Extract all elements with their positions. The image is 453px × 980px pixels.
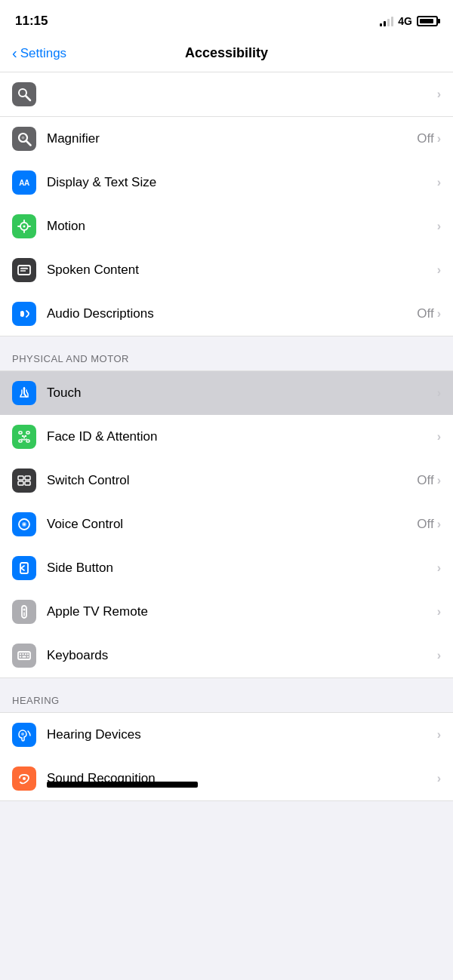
svg-rect-23 [18, 476, 23, 480]
physical-motor-items-list: Touch › Face I [0, 370, 453, 678]
display-text-chevron-icon: › [437, 176, 441, 189]
switch-control-chevron-icon: › [437, 474, 441, 487]
list-item-apple-tv-remote[interactable]: Apple TV Remote › [0, 590, 453, 634]
svg-rect-37 [25, 653, 26, 655]
list-item-display-text-size[interactable]: AA Display & Text Size › [0, 161, 453, 204]
magnifier-icon [12, 127, 36, 151]
magnifier-chevron-icon: › [437, 132, 441, 146]
side-button-icon [12, 556, 36, 580]
back-chevron-icon: ‹ [12, 45, 17, 60]
side-button-chevron-icon: › [437, 561, 441, 575]
spoken-chevron-icon: › [437, 263, 441, 277]
voice-control-label: Voice Control [47, 517, 123, 532]
svg-rect-36 [23, 653, 24, 655]
switch-control-label: Switch Control [47, 473, 130, 488]
audio-descriptions-value: Off [417, 306, 433, 321]
battery-icon [417, 16, 438, 26]
svg-rect-24 [25, 476, 30, 480]
svg-point-6 [23, 226, 26, 228]
display-text-label: Display & Text Size [47, 175, 156, 190]
svg-rect-40 [23, 656, 26, 658]
voice-control-chevron-icon: › [437, 518, 441, 531]
magnifier-content: Magnifier Off › [47, 131, 441, 146]
magnifier-value: Off [417, 131, 433, 146]
hearing-header: HEARING [0, 678, 453, 712]
sound-recognition-icon [12, 766, 36, 791]
apple-tv-remote-chevron-icon: › [437, 605, 441, 619]
list-item-motion[interactable]: Motion › [0, 204, 453, 248]
list-item-keyboards[interactable]: Keyboards › [0, 634, 453, 677]
chevron-icon: › [437, 88, 441, 101]
hearing-devices-chevron-icon: › [437, 728, 441, 742]
svg-rect-11 [18, 266, 30, 275]
page-title: Accessibility [185, 45, 268, 61]
spoken-content-content: Spoken Content › [47, 263, 441, 278]
list-item-spoken-content[interactable]: Spoken Content › [0, 248, 453, 292]
svg-rect-39 [20, 656, 21, 658]
list-item-switch-control[interactable]: Switch Control Off › [0, 459, 453, 502]
keyboards-label: Keyboards [47, 648, 108, 663]
svg-point-43 [23, 777, 26, 780]
side-button-label: Side Button [47, 561, 113, 576]
list-item-touch[interactable]: Touch › [0, 371, 453, 415]
svg-point-42 [21, 733, 24, 736]
partial-item-content: › [47, 88, 441, 101]
partial-top-item[interactable]: › [0, 72, 453, 117]
list-item-magnifier[interactable]: Magnifier Off › [0, 117, 453, 161]
nav-bar: ‹ Settings Accessibility [0, 38, 453, 72]
voice-control-value: Off [417, 517, 433, 532]
hearing-section: HEARING Hearing Devices › [0, 678, 453, 801]
touch-content: Touch › [47, 386, 441, 401]
list-item-hearing-devices[interactable]: Hearing Devices › [0, 713, 453, 757]
sound-recognition-chevron-icon: › [437, 772, 441, 785]
voice-control-icon [12, 512, 36, 536]
motion-label: Motion [47, 219, 85, 234]
back-button[interactable]: ‹ Settings [12, 46, 66, 61]
svg-rect-18 [19, 440, 22, 442]
svg-point-15 [23, 388, 26, 390]
svg-rect-34 [18, 652, 30, 659]
keyboards-chevron-icon: › [437, 649, 441, 662]
back-label: Settings [20, 46, 66, 61]
vision-items-list: Magnifier Off › AA Display & Text Size › [0, 117, 453, 336]
face-id-chevron-icon: › [437, 430, 441, 444]
audio-descriptions-content: Audio Descriptions Off › [47, 306, 441, 321]
audio-descriptions-icon [12, 302, 36, 326]
svg-rect-14 [21, 267, 27, 269]
svg-rect-26 [25, 481, 30, 485]
touch-icon [12, 381, 36, 405]
hearing-devices-label: Hearing Devices [47, 727, 141, 742]
motion-chevron-icon: › [437, 220, 441, 233]
svg-point-32 [23, 609, 26, 611]
list-item-sound-recognition[interactable]: Sound Recognition › [0, 757, 453, 800]
svg-line-1 [26, 96, 30, 100]
audio-chevron-icon: › [437, 307, 441, 321]
touch-label: Touch [47, 386, 81, 401]
status-icons: 4G [380, 15, 438, 27]
svg-point-4 [22, 137, 25, 140]
apple-tv-remote-content: Apple TV Remote › [47, 604, 441, 619]
sound-recognition-content: Sound Recognition › [47, 771, 441, 786]
face-id-content: Face ID & Attention › [47, 429, 441, 444]
list-item-side-button[interactable]: Side Button › [0, 546, 453, 590]
svg-rect-35 [20, 653, 21, 655]
hearing-devices-content: Hearing Devices › [47, 727, 441, 742]
network-label: 4G [398, 15, 412, 27]
face-id-icon [12, 425, 36, 449]
apple-tv-remote-icon [12, 600, 36, 624]
list-item[interactable]: › [0, 72, 453, 116]
list-item-audio-descriptions[interactable]: Audio Descriptions Off › [0, 292, 453, 336]
voice-control-content: Voice Control Off › [47, 517, 441, 532]
spoken-content-label: Spoken Content [47, 263, 139, 278]
list-item-voice-control[interactable]: Voice Control Off › [0, 502, 453, 546]
side-button-content: Side Button › [47, 561, 441, 576]
magnifier-label: Magnifier [47, 131, 100, 146]
svg-rect-38 [27, 653, 29, 655]
svg-rect-16 [19, 432, 22, 434]
face-id-label: Face ID & Attention [47, 429, 157, 444]
status-time: 11:15 [15, 14, 48, 29]
motion-icon [12, 214, 36, 238]
list-item-face-id[interactable]: Face ID & Attention › [0, 415, 453, 459]
apple-tv-remote-label: Apple TV Remote [47, 604, 148, 619]
status-bar: 11:15 4G [0, 0, 453, 38]
